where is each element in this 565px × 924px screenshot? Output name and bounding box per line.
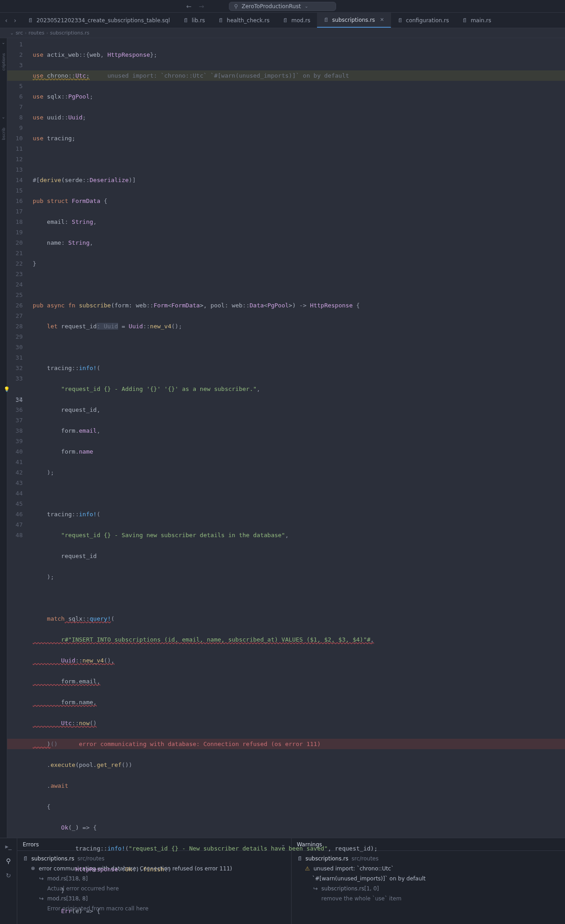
file-icon: 📄︎: [23, 854, 28, 864]
bottom-rail: ▸_ ⚲ ↻: [0, 838, 17, 924]
tab-main[interactable]: 📄︎main.rs: [456, 13, 498, 28]
rail-label: criptions: [1, 53, 6, 71]
chevron-down-icon: ⌄: [304, 4, 308, 9]
tab-health[interactable]: 📄︎health_check.rs: [212, 13, 276, 28]
tab-next-icon[interactable]: ›: [12, 15, 19, 25]
tab-label: mod.rs: [291, 17, 310, 24]
tab-label: health_check.rs: [227, 17, 269, 24]
crumb-routes[interactable]: routes: [29, 30, 45, 36]
close-icon[interactable]: ✕: [380, 17, 384, 23]
file-icon: 📄︎: [282, 17, 288, 24]
crumb-file[interactable]: subscriptions.rs: [50, 30, 89, 36]
code-editor[interactable]: 1234567891011121314151617181920212223242…: [7, 38, 565, 838]
tab-subscriptions[interactable]: 📄︎subscriptions.rs✕: [317, 13, 391, 28]
refresh-icon[interactable]: ↻: [6, 872, 11, 879]
tab-bar: ‹ › 📄︎20230521202334_create_subscription…: [0, 13, 565, 28]
project-selector[interactable]: ⚲ ZeroToProductionRust ⌄: [229, 2, 336, 11]
inline-error: error communicating with database: Conne…: [79, 741, 321, 747]
tab-mod[interactable]: 📄︎mod.rs: [276, 13, 317, 28]
left-rail: ⌄ criptions ⌄ bscrib: [0, 38, 7, 838]
chevron-down-icon[interactable]: ⌄: [1, 40, 5, 45]
inline-warning: unused import: `chrono::Utc` `#[warn(unu…: [107, 72, 349, 79]
problems-icon[interactable]: ⚲: [6, 857, 10, 865]
line-gutter: 1234567891011121314151617181920212223242…: [7, 38, 27, 838]
tab-label: lib.rs: [192, 17, 205, 24]
breadcrumb: ⌄ src › routes › subscriptions.rs: [0, 28, 565, 38]
tab-lib[interactable]: 📄︎lib.rs: [177, 13, 212, 28]
tab-sql[interactable]: 📄︎20230521202334_create_subscriptions_ta…: [21, 13, 177, 28]
file-icon: 📄︎: [397, 17, 403, 24]
search-icon: ⚲: [234, 3, 238, 10]
project-name: ZeroToProductionRust: [242, 3, 301, 10]
file-icon: 📄︎: [183, 17, 188, 24]
tab-config[interactable]: 📄︎configuration.rs: [391, 13, 456, 28]
nav-back-icon[interactable]: ←: [186, 3, 192, 10]
tab-prev-icon[interactable]: ‹: [3, 15, 10, 25]
tab-label: 20230521202334_create_subscriptions_tabl…: [36, 17, 170, 24]
file-icon: 📄︎: [323, 17, 329, 23]
tab-label: subscriptions.rs: [332, 17, 375, 23]
tab-label: main.rs: [471, 17, 491, 24]
crumb-src[interactable]: src: [15, 30, 23, 36]
chevron-down-icon[interactable]: ⌄: [1, 114, 5, 119]
file-icon: 📄︎: [462, 17, 467, 24]
file-icon: 📄︎: [218, 17, 223, 24]
nav-fwd-icon[interactable]: →: [199, 3, 204, 10]
tab-label: configuration.rs: [406, 17, 449, 24]
chevron-down-icon[interactable]: ⌄: [10, 30, 14, 35]
titlebar: ← → ⚲ ZeroToProductionRust ⌄: [0, 0, 565, 13]
rail-label: bscrib: [1, 128, 6, 140]
file-icon: 📄︎: [28, 17, 33, 24]
terminal-icon[interactable]: ▸_: [5, 843, 11, 850]
code-area[interactable]: use actix_web::{web, HttpResponse}; use …: [27, 38, 565, 838]
